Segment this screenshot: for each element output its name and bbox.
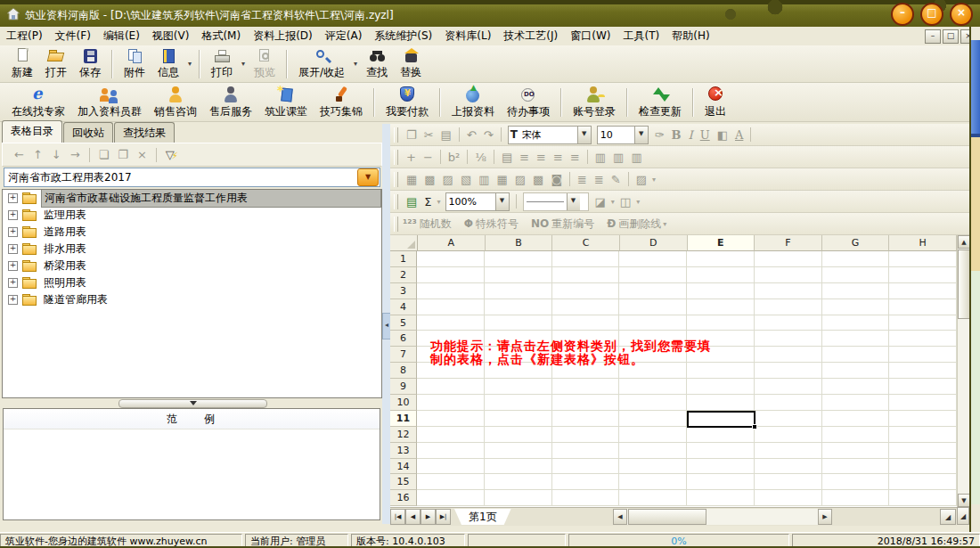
fmt-cut-icon[interactable]: ✂ bbox=[421, 128, 437, 142]
expand-icon[interactable]: + bbox=[8, 227, 18, 237]
dropdown-arrow-icon[interactable]: ▾ bbox=[436, 198, 443, 206]
grid-cell-F4[interactable] bbox=[755, 299, 822, 315]
fmt-insert-col-icon[interactable]: ▥ bbox=[475, 173, 493, 186]
grid-cell-B2[interactable] bbox=[485, 267, 552, 283]
grid-cell-F14[interactable] bbox=[755, 459, 822, 475]
grid-cell-B5[interactable] bbox=[485, 315, 552, 331]
combobox-dropdown-icon[interactable]: ▼ bbox=[634, 127, 648, 143]
grid-cell-C1[interactable] bbox=[552, 251, 620, 267]
move-up-button[interactable]: ↑ bbox=[29, 148, 47, 161]
grid-cell-D12[interactable] bbox=[619, 427, 687, 443]
fmt-border-outline-icon[interactable]: ◪ bbox=[592, 195, 609, 209]
grid-cell-C13[interactable] bbox=[552, 443, 620, 459]
grid-corner[interactable] bbox=[390, 235, 418, 251]
filter-button[interactable]: ▽ bbox=[161, 148, 183, 161]
expand-icon[interactable]: + bbox=[8, 278, 18, 288]
combobox-dropdown-icon[interactable]: ▼ bbox=[357, 168, 379, 186]
grid-cell-E13[interactable] bbox=[687, 443, 755, 459]
grid-cell-H3[interactable] bbox=[889, 283, 957, 299]
grid-cell-C16[interactable] bbox=[552, 490, 620, 506]
row-header-13[interactable]: 13 bbox=[390, 443, 417, 459]
tree-item-1[interactable]: +监理用表 bbox=[3, 207, 381, 224]
fmt-bold-icon[interactable]: B bbox=[668, 128, 685, 142]
row-header-15[interactable]: 15 bbox=[390, 474, 417, 490]
fmt-insert-row-icon[interactable]: ▧ bbox=[457, 173, 475, 186]
grid-cell-H5[interactable] bbox=[889, 315, 957, 331]
grid-cell-E16[interactable] bbox=[687, 490, 755, 506]
grid-cell-B15[interactable] bbox=[485, 474, 552, 490]
grid-cell-G4[interactable] bbox=[822, 299, 890, 315]
grid-cell-G9[interactable] bbox=[822, 379, 890, 395]
sales-button[interactable]: 销售咨询 bbox=[148, 83, 203, 122]
sheet-nav-button-0[interactable]: |◀ bbox=[390, 509, 405, 525]
fmt-workbook-icon[interactable]: ▤ bbox=[403, 195, 421, 209]
grid-cell-F3[interactable] bbox=[755, 283, 822, 299]
close-button[interactable]: × bbox=[950, 3, 973, 26]
preview-button[interactable]: 预览 bbox=[248, 45, 282, 83]
row-header-3[interactable]: 3 bbox=[390, 283, 417, 299]
grid-cell-F13[interactable] bbox=[755, 443, 822, 459]
class-button[interactable]: 筑业课堂 bbox=[258, 83, 314, 122]
grid-cell-A5[interactable] bbox=[417, 315, 485, 331]
grid-cell-D13[interactable] bbox=[619, 443, 687, 459]
grid-cell-G10[interactable] bbox=[822, 395, 890, 411]
mdi-restore-button[interactable]: □ bbox=[943, 29, 959, 44]
row-header-14[interactable]: 14 bbox=[390, 459, 417, 475]
grid-cell-D4[interactable] bbox=[619, 299, 687, 315]
row-header-4[interactable]: 4 bbox=[390, 299, 417, 315]
grid-cell-G15[interactable] bbox=[822, 474, 890, 490]
tree-item-3[interactable]: +排水用表 bbox=[3, 241, 381, 258]
toolbar-grip[interactable] bbox=[394, 194, 398, 209]
grid-cell-C15[interactable] bbox=[552, 474, 620, 490]
grid-cell-H6[interactable] bbox=[889, 331, 957, 347]
dropdown-arrow-icon[interactable]: ▾ bbox=[650, 176, 657, 184]
grid-cell-C10[interactable] bbox=[552, 395, 620, 411]
grid-cell-C12[interactable] bbox=[552, 427, 620, 443]
grid-cell-F6[interactable] bbox=[755, 331, 822, 347]
grid-cell-G7[interactable] bbox=[822, 347, 890, 363]
grid-cell-H11[interactable] bbox=[889, 411, 957, 427]
paste-node-button[interactable]: ❐ bbox=[113, 148, 133, 161]
fmt-font-color-icon[interactable]: A bbox=[731, 128, 747, 142]
grid-cell-F1[interactable] bbox=[755, 251, 822, 267]
grid-cell-F16[interactable] bbox=[755, 490, 822, 506]
fmt-remove-row-icon[interactable]: − bbox=[420, 151, 437, 164]
grid-cell-B9[interactable] bbox=[485, 379, 552, 395]
fmt-border-inner-icon[interactable]: ◫ bbox=[617, 195, 634, 209]
fmt-sum-icon[interactable]: Σ bbox=[421, 195, 435, 209]
grid-cell-E15[interactable] bbox=[687, 474, 755, 490]
scroll-up-button[interactable]: ▲ bbox=[958, 235, 970, 249]
grid-cell-C2[interactable] bbox=[552, 267, 620, 283]
vertical-scroll-thumb[interactable] bbox=[958, 249, 970, 319]
fmt-delete-cells-icon[interactable]: ▦ bbox=[493, 173, 510, 186]
splitter-collapse-handle[interactable] bbox=[118, 399, 267, 408]
zoom-combobox[interactable]: 100% ▼ bbox=[445, 192, 510, 211]
fmt-paste-icon[interactable]: ▤ bbox=[437, 128, 455, 142]
tree-item-6[interactable]: +隧道管廊用表 bbox=[3, 291, 381, 308]
left-tab-2[interactable]: 查找结果 bbox=[114, 122, 175, 143]
combobox-dropdown-icon[interactable]: ▼ bbox=[577, 127, 591, 143]
grid-cell-D15[interactable] bbox=[619, 474, 687, 490]
grid-cell-H2[interactable] bbox=[889, 267, 957, 283]
fmt-line-spacing-inc-icon[interactable]: ≣ bbox=[574, 173, 591, 186]
menu-item-12[interactable]: 帮助(H) bbox=[666, 27, 715, 45]
menu-item-10[interactable]: 窗口(W) bbox=[564, 27, 617, 45]
fmt-redo-icon[interactable]: ↷ bbox=[480, 128, 497, 142]
grid-cell-G14[interactable] bbox=[822, 459, 890, 475]
grid-cell-F7[interactable] bbox=[755, 347, 822, 363]
sheet-nav-button-1[interactable]: ◀ bbox=[405, 509, 421, 525]
move-right-button[interactable]: → bbox=[66, 148, 85, 161]
grid-cell-D2[interactable] bbox=[619, 267, 687, 283]
grid-cell-F11[interactable] bbox=[755, 411, 822, 427]
font-size-combobox[interactable]: 10 ▼ bbox=[597, 126, 649, 144]
row-header-12[interactable]: 12 bbox=[390, 427, 417, 443]
grid-cell-E12[interactable] bbox=[687, 427, 755, 443]
resize-corner-icon[interactable]: ◢ bbox=[940, 509, 956, 525]
fmt-underline-icon[interactable]: U bbox=[697, 128, 714, 142]
grid-cell-E9[interactable] bbox=[687, 379, 755, 395]
row-header-2[interactable]: 2 bbox=[390, 267, 417, 283]
row-header-6[interactable]: 6 bbox=[390, 331, 417, 347]
font-family-combobox[interactable]: T 宋体 ▼ bbox=[508, 126, 592, 144]
pay-button[interactable]: 我要付款 bbox=[380, 83, 435, 122]
left-tab-0[interactable]: 表格目录 bbox=[2, 120, 62, 143]
